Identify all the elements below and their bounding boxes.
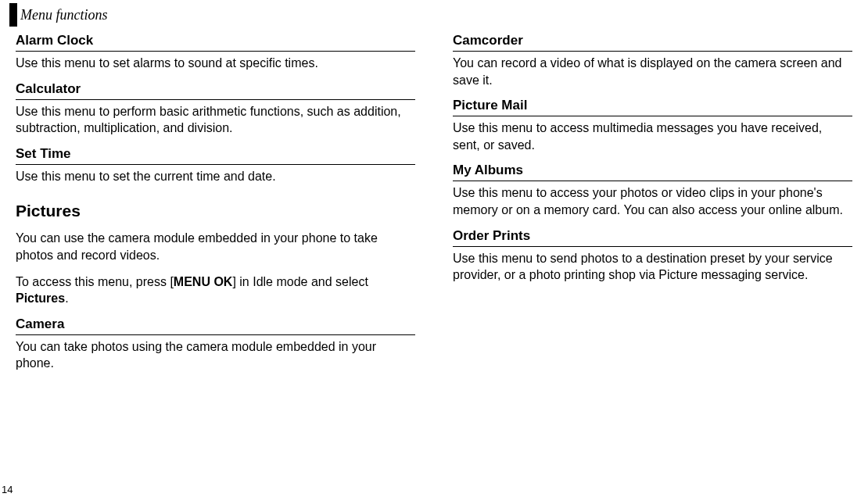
header-bar-icon [9, 3, 17, 27]
order-prints-body: Use this menu to send photos to a destin… [453, 250, 852, 284]
set-time-body: Use this menu to set the current time an… [16, 168, 415, 185]
pictures-b2-end: . [65, 291, 68, 305]
pictures-b2-bold1: MENU OK [174, 275, 233, 288]
left-column: Alarm Clock Use this menu to set alarms … [16, 30, 415, 381]
pictures-b2-pre: To access this menu, press [ [16, 275, 174, 288]
alarm-clock-heading: Alarm Clock [16, 33, 415, 52]
order-prints-heading: Order Prints [453, 228, 852, 247]
pictures-heading: Pictures [16, 202, 415, 220]
page-number: 14 [2, 484, 13, 495]
content-columns: Alarm Clock Use this menu to set alarms … [0, 27, 868, 381]
camera-heading: Camera [16, 316, 415, 335]
running-header: Menu functions [9, 3, 868, 27]
camcorder-heading: Camcorder [453, 33, 852, 52]
pictures-body-2: To access this menu, press [MENU OK] in … [16, 274, 415, 307]
calculator-body: Use this menu to perform basic arithmeti… [16, 103, 415, 137]
picture-mail-heading: Picture Mail [453, 98, 852, 116]
my-albums-body: Use this menu to access your photos or v… [453, 184, 852, 218]
camcorder-body: You can record a video of what is displa… [453, 55, 852, 88]
pictures-body-1: You can use the camera module embedded i… [16, 230, 415, 263]
calculator-heading: Calculator [16, 81, 415, 100]
picture-mail-body: Use this menu to access multimedia messa… [453, 120, 852, 153]
pictures-b2-bold2: Pictures [16, 291, 65, 305]
my-albums-heading: My Albums [453, 163, 852, 181]
right-column: Camcorder You can record a video of what… [453, 30, 852, 381]
alarm-clock-body: Use this menu to set alarms to sound at … [16, 55, 415, 72]
running-head-title: Menu functions [20, 7, 107, 23]
camera-body: You can take photos using the camera mod… [16, 338, 415, 372]
pictures-b2-mid: ] in Idle mode and select [232, 275, 368, 288]
set-time-heading: Set Time [16, 146, 415, 165]
